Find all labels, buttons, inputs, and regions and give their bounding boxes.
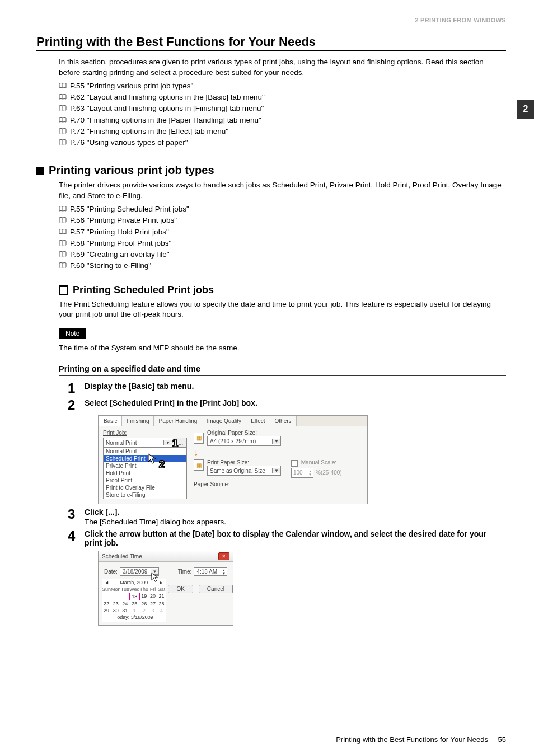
step-4-title: Click the arrow button at the [Date] box…	[85, 529, 506, 547]
reference-text: P.76 "Using various types of paper"	[70, 137, 188, 148]
section-title-text: Printing various print job types	[49, 164, 214, 177]
reference-text: P.63 "Layout and finishing options in [F…	[70, 103, 264, 114]
time-field[interactable]: 4:18 AM ▲▼	[194, 567, 227, 576]
calendar-day[interactable]: 28	[157, 600, 166, 607]
dropdown-option[interactable]: Proof Print	[104, 477, 186, 484]
dialog-tab[interactable]: Paper Handling	[153, 416, 202, 426]
date-value: 3/18/2009	[123, 569, 148, 575]
calendar-dow: Tue	[121, 586, 130, 593]
header-band: 2 PRINTING FROM WINDOWS	[36, 17, 506, 24]
book-icon	[59, 206, 67, 212]
dialog-tab[interactable]: Basic	[99, 416, 122, 426]
dialog-tab[interactable]: Others	[270, 416, 297, 426]
date-label: Date:	[104, 569, 118, 575]
cursor-icon	[148, 453, 158, 467]
calendar-day[interactable]: 21	[157, 593, 166, 600]
calendar-day[interactable]: 24	[121, 600, 130, 607]
reference-link[interactable]: P.56 "Printing Private Print jobs"	[59, 215, 506, 226]
calendar-day[interactable]: 27	[148, 600, 157, 607]
print-job-combo[interactable]: Normal Print ▼	[103, 438, 172, 448]
cancel-button[interactable]: Cancel	[199, 585, 233, 593]
reference-text: P.72 "Finishing options in the [Effect] …	[70, 126, 228, 137]
calendar-day[interactable]: 29	[102, 607, 111, 614]
calendar-day[interactable]: 30	[111, 607, 121, 614]
print-job-combo-value: Normal Print	[104, 440, 163, 446]
dropdown-option[interactable]: Private Print	[104, 462, 186, 469]
calendar-day[interactable]: 26	[140, 600, 149, 607]
reference-link[interactable]: P.60 "Storing to e-Filing"	[59, 260, 506, 271]
calendar-day[interactable]: 2	[140, 607, 149, 614]
chapter-side-tab: 2	[517, 100, 534, 119]
reference-text: P.58 "Printing Proof Print jobs"	[70, 238, 171, 249]
square-bullet-icon	[36, 167, 44, 175]
print-paper-size-value: Same as Original Size	[208, 468, 272, 474]
calendar-day[interactable]: 31	[121, 607, 130, 614]
reference-link[interactable]: P.63 "Layout and finishing options in [F…	[59, 103, 506, 114]
calendar-prev-icon[interactable]: ◄	[104, 580, 109, 585]
time-value: 4:18 AM	[196, 569, 217, 575]
reference-link[interactable]: P.55 "Printing various print job types"	[59, 81, 506, 92]
book-icon	[59, 83, 67, 88]
paper-source-label: Paper Source:	[194, 481, 363, 487]
reference-link[interactable]: P.62 "Layout and finishing options in th…	[59, 92, 506, 103]
book-icon	[59, 217, 67, 223]
book-icon	[59, 94, 67, 100]
calendar-today-label[interactable]: Today: 3/18/2009	[102, 614, 166, 622]
calendar-day[interactable]: 23	[111, 600, 121, 607]
calendar-dow: Wed	[129, 586, 139, 593]
chevron-down-icon[interactable]: ▼	[272, 468, 280, 473]
manual-scale-checkbox[interactable]	[291, 460, 298, 467]
reference-link[interactable]: P.55 "Printing Scheduled Print jobs"	[59, 204, 506, 215]
dialog-tab[interactable]: Finishing	[121, 416, 154, 426]
calendar-day[interactable]: 20	[148, 593, 157, 600]
calendar-day[interactable]: 19	[140, 593, 149, 600]
calendar-day[interactable]: 1	[129, 607, 139, 614]
spinner-arrows-icon[interactable]: ▲▼	[307, 469, 313, 476]
calendar-day[interactable]: 22	[102, 600, 111, 607]
calendar-day[interactable]: 25	[129, 600, 139, 607]
book-icon	[59, 229, 67, 234]
step-2-title: Select [Scheduled Print] in the [Print J…	[85, 398, 506, 407]
time-label: Time:	[178, 569, 192, 575]
spinner-arrows-icon[interactable]: ▲▼	[221, 569, 227, 575]
print-paper-size-label: Print Paper Size:	[207, 459, 281, 466]
calendar-day[interactable]: 3	[148, 607, 157, 614]
reference-link[interactable]: P.70 "Finishing options in the [Paper Ha…	[59, 115, 506, 126]
calendar-popup[interactable]: ◄ March, 2009 ► SunMonTueWedThuFriSat 18…	[102, 579, 166, 622]
step-number-2: 2	[68, 398, 78, 412]
dropdown-option[interactable]: Scheduled Print	[104, 455, 186, 462]
reference-text: P.55 "Printing Scheduled Print jobs"	[70, 204, 189, 215]
print-job-label: Print Job:	[103, 430, 187, 436]
dropdown-option[interactable]: Print to Overlay File	[104, 484, 186, 491]
calendar-dow: Mon	[111, 586, 121, 593]
reference-link[interactable]: P.59 "Creating an overlay file"	[59, 249, 506, 260]
chevron-down-icon[interactable]: ▼	[163, 440, 172, 445]
close-icon[interactable]: ✕	[218, 552, 229, 560]
original-paper-size-select[interactable]: A4 (210 x 297mm) ▼	[207, 436, 281, 446]
note-text: The time of the System and MFP should be…	[59, 344, 506, 352]
book-icon	[59, 251, 67, 257]
dialog-tab[interactable]: Image Quality	[202, 416, 246, 426]
print-job-dropdown[interactable]: Normal PrintScheduled PrintPrivate Print…	[103, 447, 187, 499]
chevron-down-icon[interactable]: ▼	[272, 439, 280, 444]
original-paper-size-label: Original Paper Size:	[207, 430, 281, 436]
calendar-day[interactable]: 4	[157, 607, 166, 614]
ok-button[interactable]: OK	[168, 585, 193, 593]
manual-scale-spinner[interactable]: 100 ▲▼	[291, 468, 313, 478]
calendar-day[interactable]: 18	[129, 593, 139, 600]
page-icon: ▦	[194, 433, 204, 444]
step-2: 2 Select [Scheduled Print] in the [Print…	[68, 398, 506, 412]
reference-link[interactable]: P.76 "Using various types of paper"	[59, 137, 506, 148]
reference-link[interactable]: P.58 "Printing Proof Print jobs"	[59, 238, 506, 249]
step-number-1: 1	[68, 382, 78, 395]
reference-link[interactable]: P.72 "Finishing options in the [Effect] …	[59, 126, 506, 137]
dialog-tab[interactable]: Effect	[246, 416, 270, 426]
page-number: 55	[498, 735, 506, 744]
dropdown-option[interactable]: Hold Print	[104, 469, 186, 477]
reference-link[interactable]: P.57 "Printing Hold Print jobs"	[59, 227, 506, 238]
dropdown-option[interactable]: Store to e-Filing	[104, 491, 186, 499]
reference-text: P.55 "Printing various print job types"	[70, 81, 193, 92]
print-paper-size-select[interactable]: Same as Original Size ▼	[207, 466, 281, 476]
calendar-dow: Sat	[157, 586, 166, 593]
book-icon	[59, 117, 67, 123]
